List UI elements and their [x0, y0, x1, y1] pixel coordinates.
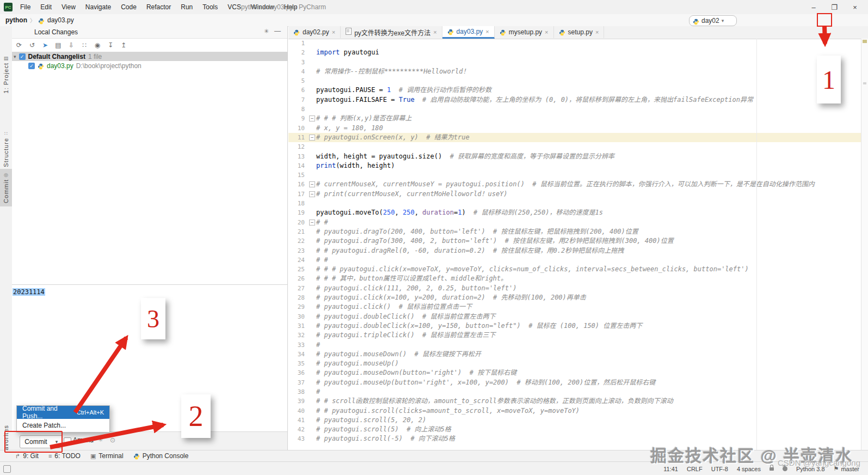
line-ending-widget[interactable]: CRLF	[687, 466, 703, 472]
fold-gutter	[309, 359, 316, 368]
line-number: 27	[288, 284, 309, 293]
code-text: # # pyautogui.scroll(clicks=amount_to_sc…	[316, 406, 861, 416]
menu-item-shortcut: Ctrl+Alt+K	[77, 409, 104, 416]
checkbox-checked[interactable]: ✓	[19, 53, 26, 60]
fold-marker-icon[interactable]	[309, 133, 316, 142]
menu-refactor[interactable]: Refactor	[141, 0, 176, 14]
collapse-all-icon[interactable]: ↥	[120, 41, 127, 49]
code-line: 8	[288, 105, 861, 114]
line-number: 26	[288, 274, 309, 283]
toolwindow-button-6-todo[interactable]: ≡6: TODO	[48, 452, 81, 460]
menu-code[interactable]: Code	[116, 0, 141, 14]
line-number: 18	[288, 199, 309, 208]
editor-tab-mysetup-py[interactable]: mysetup.py×	[495, 26, 554, 38]
editor-tab-bar: day02.py×py文件转换为exe文件方法×day03.py×mysetup…	[288, 26, 868, 39]
editor-pane[interactable]: day02.py×py文件转换为exe文件方法×day03.py×mysetup…	[288, 26, 868, 450]
menu-item-commit-and-push[interactable]: Commit and Push... Ctrl+Alt+K	[17, 406, 109, 419]
fold-marker-icon[interactable]	[309, 190, 316, 199]
menu-navigate[interactable]: Navigate	[81, 0, 116, 14]
line-number: 5	[288, 76, 309, 86]
breadcrumb-file[interactable]: day03.py	[47, 16, 74, 24]
toolwindow-button-python-console[interactable]: Python Console	[133, 452, 189, 460]
commit-button-row: Commit ▾ Amend ✳ ⊙	[12, 431, 287, 450]
tab-close-icon[interactable]: ×	[433, 29, 436, 35]
editor-tab-day02-py[interactable]: day02.py×	[288, 26, 341, 38]
line-number: 33	[288, 340, 309, 350]
shelve-icon[interactable]: ⇩	[67, 41, 75, 49]
commit-dropdown-arrow[interactable]: ▾	[51, 435, 63, 448]
chevron-down-icon[interactable]: ▾	[14, 54, 16, 59]
code-text: # pyautogui.onScreen(x, y) # 结果为true	[316, 133, 861, 142]
annotation-badge-3: 3	[141, 298, 165, 339]
history-icon[interactable]: ⊙	[110, 436, 115, 444]
expand-all-icon[interactable]: ↧	[107, 41, 114, 49]
group-by-icon[interactable]: ∷	[81, 41, 88, 49]
commit-jet-icon[interactable]: ➤	[41, 41, 49, 49]
gear-icon[interactable]: ✳	[264, 28, 269, 35]
line-number: 2	[288, 48, 309, 57]
stripe-item-commit[interactable]: ◎Commit	[0, 169, 12, 206]
code-line: 25# # # pyautogui.click(x=moveToX, y=mov…	[288, 265, 861, 274]
toolwindow-button-9-git[interactable]: ↱9: Git	[15, 452, 39, 460]
editor-tab-day03-py[interactable]: day03.py×	[442, 26, 495, 39]
changed-file-row[interactable]: ✓ day03.py D:\book\project\python	[12, 61, 287, 70]
tab-close-icon[interactable]: ×	[595, 29, 599, 35]
close-button[interactable]: ×	[846, 0, 864, 14]
code-text: print(width, height)	[316, 161, 861, 170]
changelist-name: Default Changelist	[28, 53, 85, 60]
status-time: 11:41	[663, 466, 678, 472]
preview-diff-icon[interactable]: ◉	[94, 41, 101, 49]
restore-button[interactable]: ❐	[825, 0, 844, 14]
tab-label: day02.py	[303, 28, 329, 36]
indent-widget[interactable]: 4 spaces	[737, 466, 761, 472]
encoding-widget[interactable]: UTF-8	[711, 466, 728, 472]
menu-run[interactable]: Run	[176, 0, 198, 14]
commit-message-text[interactable]: 20231114	[13, 288, 45, 296]
fold-gutter	[309, 152, 316, 161]
menu-tools[interactable]: Tools	[198, 0, 223, 14]
refresh-icon[interactable]: ⟳	[15, 41, 23, 49]
checkbox-checked[interactable]: ✓	[28, 63, 35, 69]
gear-icon[interactable]: ✳	[98, 436, 103, 443]
toolwindow-button-terminal[interactable]: ▣Terminal	[90, 452, 124, 460]
tab-close-icon[interactable]: ×	[485, 28, 489, 35]
lock-icon[interactable]	[769, 467, 774, 471]
editor-tab-py-exe[interactable]: py文件转换为exe文件方法×	[341, 26, 442, 38]
menu-edit[interactable]: Edit	[35, 0, 57, 14]
editor-tab-setup-py[interactable]: setup.py×	[554, 26, 605, 38]
line-number: 15	[288, 170, 309, 180]
amend-checkbox[interactable]	[64, 437, 71, 445]
minimize-button[interactable]: –	[804, 0, 823, 14]
run-config-selector[interactable]: day02 ▾	[689, 15, 737, 26]
code-line: 12	[288, 142, 861, 151]
menu-file[interactable]: File	[15, 0, 35, 14]
tab-close-icon[interactable]: ×	[332, 29, 335, 35]
menu-item-create-patch[interactable]: Create Patch...	[17, 419, 109, 432]
code-line: 40# # pyautogui.scroll(clicks=amount_to_…	[288, 406, 861, 416]
error-stripe[interactable]	[861, 39, 868, 450]
line-number: 10	[288, 124, 309, 133]
breadcrumb-project[interactable]: python	[5, 16, 27, 24]
menu-view[interactable]: View	[57, 0, 81, 14]
fold-marker-icon[interactable]	[309, 180, 316, 189]
fold-gutter	[309, 265, 316, 274]
code-line: 20# #	[288, 218, 861, 227]
code-line: 28# pyautogui.click(x=100, y=200, durati…	[288, 293, 861, 302]
code-area[interactable]: 12import pyautogui34# 常用操作--控制鼠标********…	[288, 39, 861, 450]
code-text: pyautogui.PAUSE = 1 # 调用在执行动作后暂停的秒数	[316, 86, 861, 95]
stripe-item-1-project[interactable]: ▤1: Project	[0, 56, 12, 93]
hide-panel-icon[interactable]: —	[274, 27, 281, 35]
pycharm-logo-icon: PC	[4, 3, 13, 11]
line-number: 21	[288, 227, 309, 236]
fold-marker-icon[interactable]	[309, 218, 316, 227]
title-bar: PC FileEditViewNavigateCodeRefactorRunTo…	[0, 0, 868, 15]
tab-close-icon[interactable]: ×	[545, 29, 548, 35]
rollback-icon[interactable]: ↺	[28, 41, 36, 49]
toolwindow-quick-access-icon[interactable]	[3, 465, 11, 473]
code-text: # pyautogui.click() # 鼠标当前位置点击一下	[316, 302, 861, 312]
show-diff-icon[interactable]: ▤	[54, 41, 62, 49]
commit-button[interactable]: Commit	[20, 435, 52, 448]
changelist-row[interactable]: ▾ ✓ Default Changelist 1 file	[12, 52, 287, 61]
code-text: # pyautogui.dragTo(300, 400, 2, button='…	[316, 236, 861, 246]
fold-marker-icon[interactable]	[309, 114, 316, 123]
